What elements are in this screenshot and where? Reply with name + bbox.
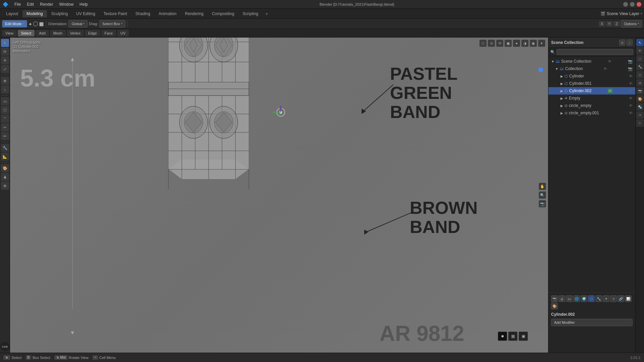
menu-render[interactable]: Render xyxy=(37,1,56,7)
edit-tab-edge[interactable]: Edge xyxy=(85,30,100,37)
edit-tab-add[interactable]: Add xyxy=(36,30,49,37)
menu-window[interactable]: Window xyxy=(56,1,76,7)
knife-tool-btn[interactable]: ✏ xyxy=(1,132,9,140)
prop-particles-icon[interactable]: ✦ xyxy=(603,295,609,302)
close-button[interactable] xyxy=(637,2,641,7)
prop-object-icon[interactable]: ⬡ xyxy=(588,295,595,302)
extrude-tool-btn[interactable]: ▭ xyxy=(1,97,9,105)
outliner-item-circle-empty001[interactable]: ▶ ⊙ circle_empty.001 👁 xyxy=(548,109,635,117)
tool-options-icon[interactable]: 🔧 xyxy=(636,63,644,70)
prop-view-layer-icon[interactable]: 🗂 xyxy=(566,295,573,302)
move-tool-btn[interactable]: ✛ xyxy=(1,56,9,64)
empty-eye-icon[interactable]: 👁 xyxy=(629,96,633,100)
collection-eye-icon[interactable]: 👁 xyxy=(603,67,607,71)
viewport-shading-render-icon[interactable]: ◉ xyxy=(530,40,537,47)
mesh-select-edges-icon[interactable]: ⬡ xyxy=(33,20,38,27)
loop-cut-tool-btn[interactable]: ✂ xyxy=(1,123,9,131)
prop-render-icon[interactable]: 📷 xyxy=(551,295,558,302)
prop-physics-icon[interactable]: ⚛ xyxy=(610,295,617,302)
tab-sculpting[interactable]: Sculpting xyxy=(47,10,72,17)
viewport-shading-solid-icon[interactable]: ● xyxy=(513,40,520,47)
menu-file[interactable]: File xyxy=(12,1,23,7)
particles-icon[interactable]: ✦ xyxy=(636,111,644,119)
scale-tool-btn[interactable]: ⤢ xyxy=(1,65,9,73)
add-modifier-button[interactable]: Add Modifier xyxy=(551,319,633,326)
edit-tab-uv[interactable]: UV xyxy=(117,30,129,37)
outliner-item-cylinder001[interactable]: ▶ ⬡ Cylinder.001 👁 xyxy=(548,80,635,87)
viewport-render-mode-icon[interactable]: ⬡ xyxy=(479,40,487,47)
material-slot-icon[interactable]: 🎨 xyxy=(636,95,644,103)
tab-texture-paint[interactable]: Texture Paint xyxy=(100,10,131,17)
prop-output-icon[interactable]: 🖨 xyxy=(558,295,565,302)
prop-scene-icon[interactable]: 🌐 xyxy=(573,295,580,302)
collection-render-icon[interactable]: 📷 xyxy=(628,67,633,71)
y-axis-btn[interactable]: Y xyxy=(606,21,612,26)
edit-tab-select[interactable]: Select xyxy=(18,30,35,37)
cylinder-eye-icon[interactable]: 👁 xyxy=(629,74,633,78)
physics-icon[interactable]: ⚛ xyxy=(636,119,644,127)
circle-empty001-eye-icon[interactable]: 👁 xyxy=(629,111,633,115)
outliner-item-circle-empty[interactable]: ▶ ⊙ circle_empty 👁 xyxy=(548,102,635,109)
cylinder002-eye-icon[interactable]: 👁 xyxy=(629,89,633,93)
cursor-tool-btn[interactable]: ⊕ xyxy=(1,77,9,85)
annotate-tool-btn[interactable]: 🔧 xyxy=(1,144,9,152)
inset-tool-btn[interactable]: ⬡ xyxy=(1,106,9,114)
outliner-item-collection[interactable]: ▼ 🗂 Collection 👁 📷 xyxy=(548,65,635,72)
select-tool-btn[interactable]: ↖ xyxy=(1,39,9,47)
transform-gizmo[interactable] xyxy=(272,104,289,122)
render-properties-icon[interactable]: 📷 xyxy=(636,87,644,95)
outliner-item-cylinder[interactable]: ▶ ⬡ Cylinder 👁 xyxy=(548,72,635,80)
circle-empty-eye-icon[interactable]: 👁 xyxy=(629,104,633,108)
viewport-extra-icon[interactable]: ▾ xyxy=(538,40,545,47)
tab-modeling[interactable]: Modeling xyxy=(22,10,47,17)
viewport-shading-mat-icon[interactable]: ◑ xyxy=(521,40,529,47)
weight-paint-tool-btn[interactable]: ⊕ xyxy=(1,182,9,190)
item-sidebar-icon[interactable]: ⬡ xyxy=(636,55,644,62)
menu-help[interactable]: Help xyxy=(77,1,91,7)
edit-tab-vertex[interactable]: Vertex xyxy=(67,30,84,37)
transform-tool-btn[interactable]: ↕ xyxy=(1,85,9,94)
tab-uv-editing[interactable]: UV Editing xyxy=(72,10,99,17)
tab-animation[interactable]: Animation xyxy=(155,10,180,17)
display-mode-icon-2[interactable]: ▦ xyxy=(508,331,518,341)
rotate-tool-btn[interactable]: ⟳ xyxy=(1,48,9,56)
options-button[interactable]: Options ▾ xyxy=(621,20,642,27)
view-layer-selector[interactable]: 🎬 Scene View Layer ▾ xyxy=(600,11,642,16)
edit-tab-mesh[interactable]: Mesh xyxy=(50,30,66,37)
prop-constraints-icon[interactable]: 🔗 xyxy=(618,295,624,302)
display-mode-icon-1[interactable]: ■ xyxy=(498,331,507,341)
outliner-scene-collection[interactable]: ▼ 🗂 Scene Collection 👁 📷 xyxy=(548,58,635,65)
tool-sidebar-icon[interactable]: ↖ xyxy=(636,39,644,46)
drag-selector[interactable]: Select Box ▾ xyxy=(99,20,125,27)
viewport-shading-wire-icon[interactable]: ▣ xyxy=(504,40,512,47)
x-axis-btn[interactable]: X xyxy=(599,21,605,26)
edit-tab-face[interactable]: Face xyxy=(101,30,116,37)
view-options-icon[interactable]: ⊙ xyxy=(636,71,644,78)
viewport[interactable]: .mesh-line { stroke: #333; stroke-width:… xyxy=(10,38,548,353)
tab-scripting[interactable]: Scripting xyxy=(238,10,262,17)
modifiers-icon[interactable]: 🔩 xyxy=(636,103,644,111)
bevel-tool-btn[interactable]: ⌃ xyxy=(1,115,9,123)
orientation-selector[interactable]: Global ▾ xyxy=(68,20,88,27)
vertex-paint-tool-btn[interactable]: ♟ xyxy=(1,173,9,181)
z-axis-btn[interactable]: Z xyxy=(613,21,620,26)
pan-view-icon[interactable]: ✋ xyxy=(539,183,546,190)
measure-tool-btn[interactable]: 📐 xyxy=(1,153,9,161)
scene-collection-eye-icon[interactable]: 👁 xyxy=(608,59,611,63)
zoom-view-icon[interactable]: 🔍 xyxy=(539,191,546,199)
cylinder001-eye-icon[interactable]: 👁 xyxy=(629,81,633,85)
mesh-select-faces-icon[interactable]: ◼ xyxy=(39,20,44,27)
outliner-sort-icon[interactable]: ↕ xyxy=(627,40,633,46)
prop-modifier-icon[interactable]: 🔧 xyxy=(595,295,602,302)
prop-data-icon[interactable]: 📊 xyxy=(625,295,632,302)
viewport-gizmo-icon[interactable]: ⟳ xyxy=(496,40,503,47)
cad-addon-badge[interactable]: CAD xyxy=(0,342,10,351)
add-workspace-button[interactable]: + xyxy=(263,10,271,18)
prop-world-icon[interactable]: 🌍 xyxy=(581,295,587,302)
outliner-filter-icon[interactable]: ⊙ xyxy=(619,40,625,46)
viewport-overlay-icon[interactable]: ⊙ xyxy=(488,40,495,47)
editor-mode-selector[interactable]: Edit Mode ▾ xyxy=(2,20,27,27)
prop-material-icon[interactable]: 🎨 xyxy=(551,303,558,309)
minimize-button[interactable] xyxy=(623,2,628,7)
edit-tab-view[interactable]: View xyxy=(2,30,17,37)
